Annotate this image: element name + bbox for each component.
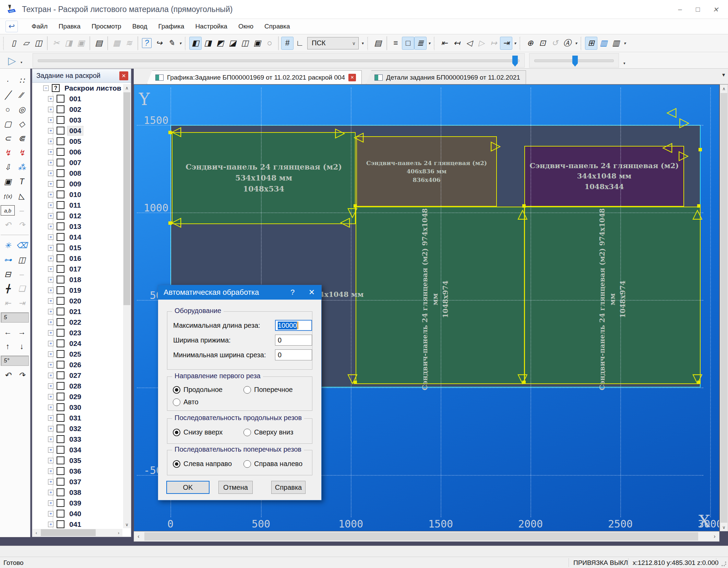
concentric-circles-icon[interactable]: ◎ bbox=[15, 102, 29, 117]
tree-item-checkbox[interactable] bbox=[57, 425, 64, 432]
tree-item[interactable]: + 041 bbox=[32, 519, 123, 529]
view-cube-front-icon[interactable]: ◨ bbox=[202, 37, 214, 50]
expand-icon[interactable]: + bbox=[48, 458, 53, 463]
tree-item[interactable]: + 032 bbox=[32, 423, 123, 434]
menu-item[interactable]: Файл bbox=[27, 21, 52, 32]
tree-item[interactable]: + 012 bbox=[32, 210, 123, 221]
tree-item[interactable]: + 022 bbox=[32, 317, 123, 327]
expand-icon[interactable]: + bbox=[48, 256, 53, 261]
speed-slider-thumb[interactable] bbox=[512, 56, 518, 67]
scrollbar-thumb[interactable] bbox=[720, 93, 727, 523]
tree-item-checkbox[interactable] bbox=[57, 361, 64, 369]
tree-item-checkbox[interactable] bbox=[57, 435, 64, 443]
tree-item[interactable]: + 006 bbox=[32, 147, 123, 157]
expand-icon[interactable]: + bbox=[48, 394, 53, 399]
ucs-axes-icon[interactable]: ∟ bbox=[294, 37, 306, 50]
menu-item[interactable]: Просмотр bbox=[87, 21, 126, 32]
expand-icon[interactable]: + bbox=[48, 213, 53, 219]
toolbar-grip[interactable] bbox=[185, 36, 188, 50]
scroll-up-icon[interactable]: ∧ bbox=[123, 84, 131, 92]
panel-part[interactable]: Сэндвич-панель 24 глянцевая (м2) 406х836… bbox=[356, 136, 497, 207]
tree-vertical-scrollbar[interactable]: ∧ ∨ bbox=[123, 84, 131, 528]
tree-item-checkbox[interactable] bbox=[57, 222, 64, 230]
expand-icon[interactable]: + bbox=[48, 149, 53, 155]
canvas-vertical-scrollbar[interactable]: ∧ ∨ bbox=[720, 84, 728, 531]
tree-item[interactable]: + 025 bbox=[32, 349, 123, 359]
zoom-prev-icon[interactable]: ↺ bbox=[549, 37, 561, 50]
tree-item-checkbox[interactable] bbox=[57, 510, 64, 518]
tree-item[interactable]: + 003 bbox=[32, 115, 123, 125]
scroll-left-icon[interactable]: ‹ bbox=[134, 532, 143, 541]
tree-item-checkbox[interactable] bbox=[57, 201, 64, 209]
tree-item-checkbox[interactable] bbox=[57, 190, 64, 198]
tree-item[interactable]: + 013 bbox=[32, 221, 123, 232]
dialog-button[interactable]: OK bbox=[166, 481, 210, 494]
scroll-down-icon[interactable]: ∨ bbox=[123, 521, 131, 528]
canvas-horizontal-scrollbar[interactable]: ‹ › bbox=[134, 531, 719, 542]
scroll-right-icon[interactable]: › bbox=[710, 532, 719, 541]
undo-icon[interactable]: ↶ bbox=[1, 218, 15, 232]
torch-pierce-icon[interactable]: ⁂ bbox=[15, 160, 29, 174]
ab-params-icon[interactable]: a,b bbox=[1, 205, 15, 216]
tree-item[interactable]: + 028 bbox=[32, 381, 123, 391]
session-icon[interactable]: ↩ bbox=[5, 21, 18, 32]
zoom-window-icon[interactable]: ⊡ bbox=[536, 37, 549, 50]
tree-item[interactable]: + 011 bbox=[32, 200, 123, 210]
tree-item[interactable]: + 005 bbox=[32, 136, 123, 147]
tree-item[interactable]: + 026 bbox=[32, 359, 123, 370]
sheet-edit-icon[interactable]: ▥ bbox=[610, 37, 622, 50]
panel-part[interactable]: Сэндвич-панель 24 глянцевая (м2) 344х104… bbox=[524, 146, 684, 207]
tree-item[interactable]: + 015 bbox=[32, 242, 123, 253]
copy-object-icon[interactable]: ❏ bbox=[15, 281, 29, 296]
maximize-button[interactable]: □ bbox=[689, 0, 707, 19]
move-cross-icon[interactable]: ╋ bbox=[1, 281, 15, 296]
save-file-icon[interactable]: ◫ bbox=[32, 37, 45, 50]
expand-icon[interactable]: + bbox=[48, 373, 53, 378]
dash-icon[interactable]: – bbox=[15, 267, 29, 281]
view-cube-right-icon[interactable]: ◫ bbox=[239, 37, 251, 50]
tree-item-checkbox[interactable] bbox=[57, 276, 64, 283]
dialog-button[interactable]: Отмена bbox=[218, 481, 253, 494]
nav-next-icon[interactable]: ▷ bbox=[475, 37, 488, 50]
expand-icon[interactable]: + bbox=[48, 139, 53, 144]
loop-icon[interactable]: ⊂ bbox=[1, 131, 15, 146]
tree-item[interactable]: + 027 bbox=[32, 370, 123, 381]
play-button[interactable]: ▷ bbox=[4, 54, 20, 67]
tree-item-checkbox[interactable] bbox=[57, 329, 64, 337]
menu-item[interactable]: Ввод bbox=[128, 21, 152, 32]
step-value-field[interactable]: 5 bbox=[1, 312, 29, 323]
scroll-right-icon[interactable]: › bbox=[115, 529, 122, 536]
scrollbar-thumb[interactable] bbox=[41, 529, 96, 536]
radio-option[interactable]: Поперечное bbox=[243, 386, 293, 394]
expand-icon[interactable]: + bbox=[48, 522, 53, 527]
tree-item-checkbox[interactable] bbox=[57, 180, 64, 188]
scrollbar-thumb[interactable] bbox=[144, 532, 698, 541]
tree-item-checkbox[interactable] bbox=[57, 403, 64, 411]
expand-icon[interactable]: + bbox=[48, 383, 53, 389]
tree-item[interactable]: + 040 bbox=[32, 508, 123, 519]
expand-icon[interactable]: + bbox=[48, 266, 53, 272]
tree-item[interactable]: + 033 bbox=[32, 434, 123, 444]
tree-item-checkbox[interactable] bbox=[57, 244, 64, 252]
toolbar-grip[interactable] bbox=[520, 36, 522, 50]
expand-icon[interactable]: + bbox=[48, 107, 53, 112]
move-down-icon[interactable]: ↓ bbox=[15, 339, 29, 353]
tree-item-checkbox[interactable] bbox=[57, 127, 64, 135]
expand-icon[interactable]: + bbox=[48, 362, 53, 368]
tree-item[interactable]: + 030 bbox=[32, 402, 123, 413]
tree-root-checkbox[interactable]: ? bbox=[52, 84, 60, 92]
panel-close-button[interactable]: ✕ bbox=[119, 71, 128, 80]
expand-icon[interactable]: + bbox=[48, 181, 53, 187]
view-cube-back-icon[interactable]: ▣ bbox=[251, 37, 263, 50]
dialog-help-button[interactable]: ? bbox=[283, 288, 302, 297]
nav-last-icon[interactable]: ⇥ bbox=[500, 37, 512, 50]
tree-item-checkbox[interactable] bbox=[57, 137, 64, 145]
collapse-icon[interactable]: − bbox=[43, 85, 49, 91]
tree-item-checkbox[interactable] bbox=[57, 297, 64, 305]
radio-option[interactable]: Сверху вниз bbox=[243, 428, 293, 436]
point-icon[interactable]: · bbox=[1, 73, 15, 88]
tree-item-checkbox[interactable] bbox=[57, 456, 64, 464]
dropdown-caret-icon[interactable]: ▾ bbox=[427, 37, 432, 50]
ucs-combobox[interactable]: ПСК ∨ bbox=[307, 37, 359, 49]
punch-icon[interactable]: ▦ bbox=[110, 37, 123, 50]
